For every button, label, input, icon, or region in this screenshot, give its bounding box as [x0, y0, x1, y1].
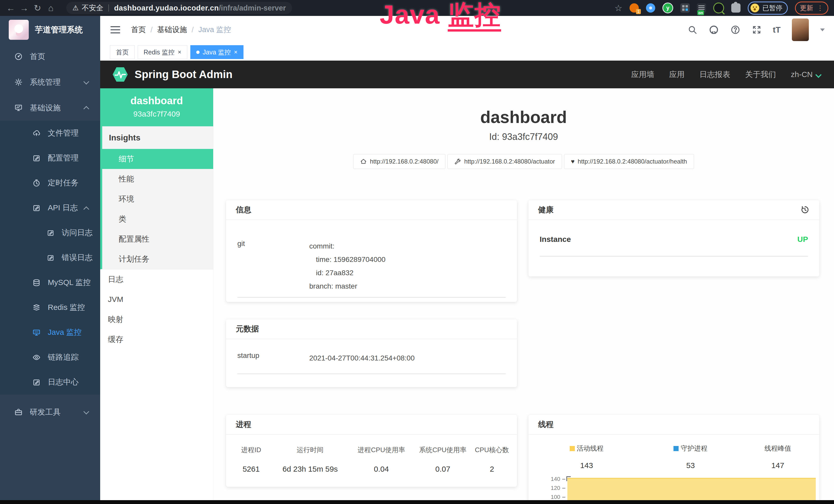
sba-menu-item-environment[interactable]: 环境 [102, 189, 213, 209]
chevron-down-icon [84, 79, 89, 85]
browser-back-icon[interactable]: ← [4, 3, 18, 13]
sba-menu-item-metrics[interactable]: 性能 [102, 169, 213, 189]
sba-menu-item-logs[interactable]: 日志 [100, 269, 213, 289]
sidebar-item-config-management[interactable]: 配置管理 [0, 145, 100, 170]
sba-brand[interactable]: Spring Boot Admin [112, 66, 233, 83]
sba-instance-header[interactable]: dashboard 93a3fc7f7409 [100, 88, 213, 126]
sidebar-item-java-monitor[interactable]: Java 监控 [0, 320, 100, 345]
instance-link-health[interactable]: ♥ http://192.168.0.2:48080/actuator/heal… [564, 154, 694, 169]
sidebar-toggle-icon[interactable] [110, 26, 120, 33]
sba-menu-item-classes[interactable]: 类 [102, 209, 213, 229]
health-instance-label[interactable]: Instance [540, 235, 571, 244]
sba-link-applications[interactable]: 应用 [669, 69, 684, 80]
header-actions: tT [687, 19, 825, 41]
git-id-line: id: 27aa832 [309, 266, 386, 280]
cpu-cores-value: 2 [474, 465, 511, 474]
sba-locale-select[interactable]: zh-CN [791, 70, 821, 79]
sidebar-item-error-log[interactable]: 错误日志 [0, 245, 100, 270]
url-host[interactable]: dashboard.yudao.iocoder.cn [114, 4, 219, 12]
y-tick-120: 120 [544, 485, 560, 491]
fullscreen-icon[interactable] [752, 25, 762, 35]
sba-menu-item-jvm[interactable]: JVM [100, 289, 213, 310]
card-metadata: 元数据 startup 2021-04-27T00:44:31.254+08:0… [226, 319, 517, 387]
metadata-key-startup: startup [237, 351, 309, 365]
tab-java-monitor[interactable]: Java 监控× [190, 45, 243, 59]
github-icon[interactable] [709, 25, 719, 35]
browser-menu-icon[interactable]: ⋮ [817, 4, 824, 12]
y-tick-mark [562, 488, 565, 488]
font-size-icon[interactable]: tT [773, 25, 781, 35]
gear-icon [14, 78, 23, 86]
help-icon[interactable] [730, 25, 741, 35]
extension-magnifier-icon[interactable] [713, 3, 724, 13]
browser-reload-icon[interactable]: ↻ [31, 3, 44, 13]
profile-chip[interactable]: 已暂停 [748, 2, 788, 15]
edit-icon [47, 254, 54, 261]
git-branch-line: branch: master [309, 280, 386, 293]
legend-blue-swatch [674, 446, 679, 451]
browser-home-icon[interactable]: ⌂ [44, 3, 58, 13]
brand-logo-image [9, 20, 29, 40]
instance-id: 93a3fc7f7409 [100, 110, 213, 118]
page-subtitle: Id: 93a3fc7f7409 [213, 132, 834, 142]
extension-orange-icon[interactable]: 1 [630, 3, 639, 13]
sidebar-item-redis-monitor[interactable]: Redis 监控 [0, 295, 100, 320]
address-bar[interactable]: ⚠ 不安全 dashboard.yudao.iocoder.cn/infra/a… [66, 2, 292, 14]
extension-list-icon[interactable]: on [697, 3, 706, 13]
sidebar-item-label: Java 监控 [48, 327, 82, 338]
security-label[interactable]: 不安全 [82, 3, 103, 13]
sidebar-item-tracing[interactable]: 链路追踪 [0, 345, 100, 370]
breadcrumb-home[interactable]: 首页 [131, 25, 146, 35]
user-avatar[interactable] [792, 19, 809, 41]
history-icon[interactable] [800, 205, 810, 214]
sidebar-item-mysql-monitor[interactable]: MySQL 监控 [0, 270, 100, 295]
tab-close-icon[interactable]: × [178, 48, 181, 56]
search-icon[interactable] [687, 25, 697, 35]
sba-menu-item-scheduled-tasks[interactable]: 计划任务 [102, 249, 213, 269]
breadcrumb-separator: / [192, 26, 194, 34]
tab-redis-monitor[interactable]: Redis 监控× [138, 45, 187, 59]
bookmark-star-icon[interactable]: ☆ [615, 3, 622, 13]
sidebar-item-log-center[interactable]: 日志中心 [0, 370, 100, 395]
sidebar-item-label: 首页 [30, 51, 45, 62]
sba-link-about[interactable]: 关于我们 [745, 69, 776, 80]
instance-link-home[interactable]: http://192.168.0.2:48080/ [353, 154, 445, 169]
dashboard-icon [14, 52, 23, 61]
sidebar-item-scheduled-jobs[interactable]: 定时任务 [0, 170, 100, 196]
breadcrumb-infra[interactable]: 基础设施 [157, 25, 187, 35]
sidebar-brand[interactable]: 芋道管理系统 [0, 16, 100, 44]
sidebar-item-dev-tools[interactable]: 研发工具 [0, 399, 100, 425]
tab-close-icon[interactable]: × [234, 48, 238, 56]
sba-link-journal[interactable]: 日志报表 [699, 69, 730, 80]
instance-link-actuator[interactable]: http://192.168.0.2:48080/actuator [447, 154, 562, 169]
sidebar-item-infra[interactable]: 基础设施 [0, 95, 100, 121]
extensions-puzzle-icon[interactable] [731, 3, 741, 13]
update-button[interactable]: 更新 ⋮ [795, 2, 828, 15]
tab-home[interactable]: 首页 [110, 45, 135, 59]
sba-menu-item-mappings[interactable]: 映射 [100, 310, 213, 329]
sba-menu-item-config-props[interactable]: 配置属性 [102, 229, 213, 249]
legend-label: 守护进程 [681, 444, 707, 452]
sidebar-item-api-log[interactable]: API 日志 [0, 196, 100, 220]
legend-yellow-swatch [570, 446, 575, 451]
health-status-badge: UP [797, 235, 808, 244]
bottom-edge-strip [0, 500, 834, 504]
extension-pin-icon[interactable] [646, 3, 655, 13]
sba-menu-item-details[interactable]: 细节 [102, 149, 213, 169]
sba-link-wallboard[interactable]: 应用墙 [631, 69, 654, 80]
extension-letter-icon[interactable]: y [662, 3, 673, 13]
sidebar-item-file-management[interactable]: 文件管理 [0, 121, 100, 145]
edit-icon [47, 229, 54, 237]
sidebar-item-home[interactable]: 首页 [0, 44, 100, 69]
sba-menu-group-title[interactable]: Insights [102, 126, 213, 149]
extension-grid-icon[interactable] [680, 3, 690, 13]
redis-icon [32, 303, 41, 312]
browser-forward-icon[interactable]: → [18, 3, 31, 13]
sidebar-item-access-log[interactable]: 访问日志 [0, 220, 100, 245]
sidebar-item-system[interactable]: 系统管理 [0, 69, 100, 95]
legend-daemon-threads: 守护进程 [642, 444, 740, 453]
sba-content: dashboard Id: 93a3fc7f7409 http://192.16… [213, 88, 834, 500]
sba-menu-item-caches[interactable]: 缓存 [100, 329, 213, 349]
legend-label: 线程峰值 [764, 444, 791, 452]
avatar-caret-icon[interactable] [820, 28, 825, 31]
